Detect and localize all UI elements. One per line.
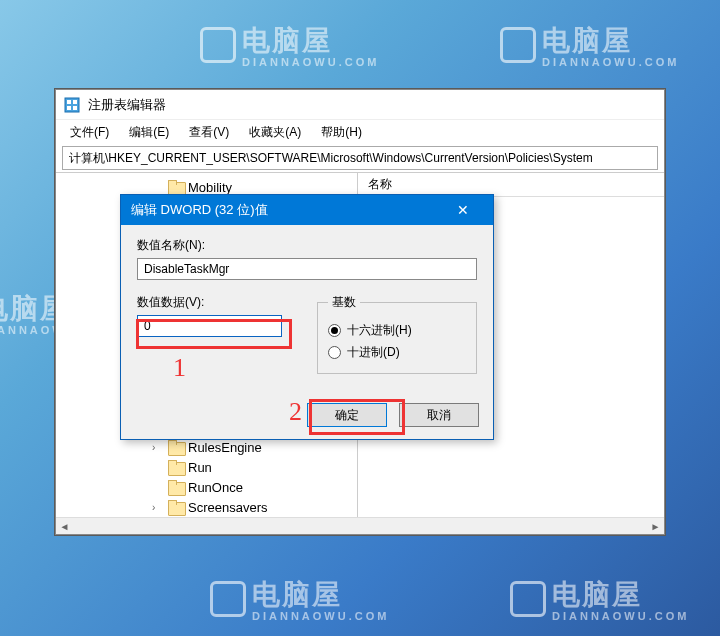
radio-dec[interactable] (328, 346, 341, 359)
folder-icon (168, 180, 184, 194)
close-icon[interactable]: ✕ (443, 202, 483, 218)
svg-rect-2 (73, 100, 77, 104)
watermark: 电脑屋DIANNAOWU.COM (500, 22, 679, 68)
folder-icon (168, 460, 184, 474)
tree-item[interactable]: › RulesEngine (56, 437, 357, 457)
horizontal-scrollbar[interactable]: ◄ ► (56, 517, 664, 534)
value-name-label: 数值名称(N): (137, 237, 477, 254)
dialog-titlebar[interactable]: 编辑 DWORD (32 位)值 ✕ (121, 195, 493, 225)
radio-hex[interactable] (328, 324, 341, 337)
tree-item-label: RulesEngine (188, 440, 262, 455)
svg-rect-1 (67, 100, 71, 104)
tree-item-label: Screensavers (188, 500, 267, 515)
radio-hex-label: 十六进制(H) (347, 322, 412, 339)
value-name-field[interactable] (137, 258, 477, 280)
address-text: 计算机\HKEY_CURRENT_USER\SOFTWARE\Microsoft… (69, 150, 593, 167)
menubar: 文件(F) 编辑(E) 查看(V) 收藏夹(A) 帮助(H) (56, 120, 664, 144)
tree-item[interactable]: RunOnce (56, 477, 357, 497)
regedit-icon (64, 97, 80, 113)
scroll-left-icon[interactable]: ◄ (56, 518, 73, 534)
watermark: 电脑屋DIANNAOWU.COM (210, 576, 389, 622)
folder-icon (168, 440, 184, 454)
watermark: 电脑屋DIANNAOWU.COM (200, 22, 379, 68)
edit-dword-dialog: 编辑 DWORD (32 位)值 ✕ 数值名称(N): 数值数据(V): 基数 … (120, 194, 494, 440)
annotation-number-1: 1 (173, 353, 186, 383)
dialog-title: 编辑 DWORD (32 位)值 (131, 201, 268, 219)
folder-icon (168, 480, 184, 494)
value-data-label: 数值数据(V): (137, 294, 287, 311)
column-name: 名称 (368, 176, 392, 193)
chevron-right-icon[interactable]: › (152, 502, 164, 513)
cancel-button[interactable]: 取消 (399, 403, 479, 427)
watermark: 电脑屋DIANNAOWU.COM (510, 576, 689, 622)
menu-help[interactable]: 帮助(H) (313, 122, 370, 143)
titlebar[interactable]: 注册表编辑器 (56, 90, 664, 120)
radio-dec-row[interactable]: 十进制(D) (328, 341, 466, 363)
value-data-input[interactable] (137, 315, 282, 337)
ok-button[interactable]: 确定 (307, 403, 387, 427)
chevron-right-icon[interactable]: › (152, 442, 164, 453)
svg-rect-4 (73, 106, 77, 110)
tree-item[interactable]: › Screensavers (56, 497, 357, 517)
menu-favorites[interactable]: 收藏夹(A) (241, 122, 309, 143)
menu-edit[interactable]: 编辑(E) (121, 122, 177, 143)
base-label: 基数 (328, 294, 360, 311)
address-bar[interactable]: 计算机\HKEY_CURRENT_USER\SOFTWARE\Microsoft… (62, 146, 658, 170)
menu-view[interactable]: 查看(V) (181, 122, 237, 143)
radio-dec-label: 十进制(D) (347, 344, 400, 361)
menu-file[interactable]: 文件(F) (62, 122, 117, 143)
tree-item[interactable]: Run (56, 457, 357, 477)
tree-item-label: RunOnce (188, 480, 243, 495)
scroll-right-icon[interactable]: ► (647, 518, 664, 534)
annotation-number-2: 2 (289, 397, 302, 427)
base-group: 基数 十六进制(H) 十进制(D) (317, 294, 477, 374)
tree-item-label: Run (188, 460, 212, 475)
svg-rect-3 (67, 106, 71, 110)
window-title: 注册表编辑器 (88, 96, 166, 114)
radio-hex-row[interactable]: 十六进制(H) (328, 319, 466, 341)
tree-item-label: Mobility (188, 180, 232, 195)
folder-icon (168, 500, 184, 514)
